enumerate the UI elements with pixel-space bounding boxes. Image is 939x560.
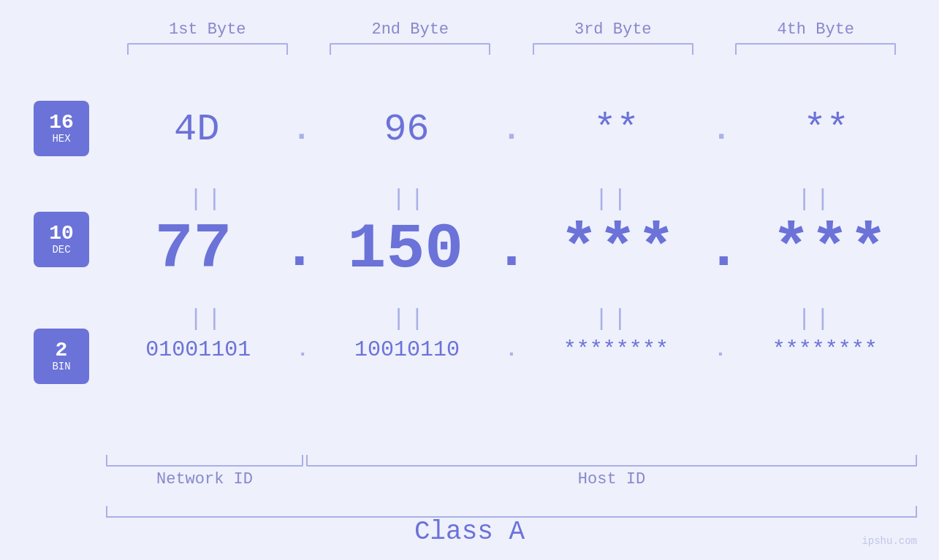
- bottom-labels: Network ID Host ID: [106, 470, 917, 488]
- byte1-header: 1st Byte: [127, 20, 288, 39]
- sep-dec-1: .: [282, 216, 317, 283]
- byte3-header: 3rd Byte: [533, 20, 693, 39]
- bin-b3: ********: [536, 337, 696, 362]
- network-id-label: Network ID: [106, 470, 303, 488]
- equals-row-2: || || || ||: [0, 305, 939, 332]
- eq1-b2: ||: [330, 185, 490, 212]
- dec-b2: 150: [325, 213, 486, 285]
- sep-hex-2: .: [502, 112, 521, 148]
- bin-b4: ********: [745, 337, 905, 362]
- host-bracket: [306, 455, 917, 467]
- byte-headers-row: 1st Byte 2nd Byte 3rd Byte 4th Byte: [0, 20, 939, 39]
- dec-b3: ***: [537, 213, 698, 285]
- eq2-b2: ||: [330, 305, 490, 332]
- dec-row: 77 . 150 . *** . ***: [0, 213, 939, 285]
- dec-b3-wrap: ***: [537, 213, 698, 285]
- bracket-byte1: [127, 43, 288, 55]
- bin-b1-wrap: 01001101: [118, 337, 278, 362]
- eq1-b3: ||: [533, 185, 693, 212]
- bin-badge-label: BIN: [52, 361, 70, 372]
- hex-b4: **: [746, 108, 907, 151]
- sep-dec-3: .: [706, 216, 741, 283]
- dec-b1-wrap: 77: [113, 213, 274, 285]
- equals-row-1: || || || ||: [0, 185, 939, 212]
- bin-b2-wrap: 10010110: [327, 337, 487, 362]
- eq2-b3: ||: [533, 305, 693, 332]
- bin-b2: 10010110: [327, 337, 487, 362]
- hex-b2: 96: [326, 108, 487, 151]
- hex-b4-wrap: **: [746, 108, 907, 151]
- host-id-label: Host ID: [306, 470, 917, 488]
- hex-b1: 4D: [116, 108, 277, 151]
- dec-b2-wrap: 150: [325, 213, 486, 285]
- eq1-b4: ||: [735, 185, 896, 212]
- bin-b3-wrap: ********: [536, 337, 696, 362]
- hex-b3-wrap: **: [536, 108, 697, 151]
- sep-bin-1: .: [297, 339, 309, 361]
- sep-dec-2: .: [494, 216, 529, 283]
- bracket-byte3: [533, 43, 693, 55]
- dec-b4: ***: [749, 213, 910, 285]
- bin-row: 01001101 . 10010110 . ******** . *******…: [0, 337, 939, 362]
- network-bracket: [106, 455, 303, 467]
- hex-b3: **: [536, 108, 697, 151]
- sep-bin-2: .: [506, 339, 518, 361]
- eq1-b1: ||: [127, 185, 288, 212]
- top-brackets: [0, 43, 939, 55]
- bottom-brackets: [106, 455, 917, 467]
- hex-b2-wrap: 96: [326, 108, 487, 151]
- hex-b1-wrap: 4D: [116, 108, 277, 151]
- bin-b1: 01001101: [118, 337, 278, 362]
- bracket-byte4: [735, 43, 896, 55]
- bin-b4-wrap: ********: [745, 337, 905, 362]
- watermark: ipshu.com: [862, 535, 917, 547]
- eq2-b1: ||: [127, 305, 288, 332]
- hex-row: 4D . 96 . ** . **: [0, 108, 939, 151]
- dec-b4-wrap: ***: [749, 213, 910, 285]
- sep-bin-3: .: [714, 339, 726, 361]
- sep-hex-3: .: [712, 112, 731, 148]
- sep-hex-1: .: [292, 112, 311, 148]
- eq2-b4: ||: [735, 305, 896, 332]
- byte4-header: 4th Byte: [735, 20, 896, 39]
- dec-b1: 77: [113, 213, 274, 285]
- bracket-byte2: [330, 43, 490, 55]
- class-label: Class A: [414, 517, 525, 547]
- main-container: 1st Byte 2nd Byte 3rd Byte 4th Byte 16 H…: [0, 0, 939, 560]
- byte2-header: 2nd Byte: [330, 20, 490, 39]
